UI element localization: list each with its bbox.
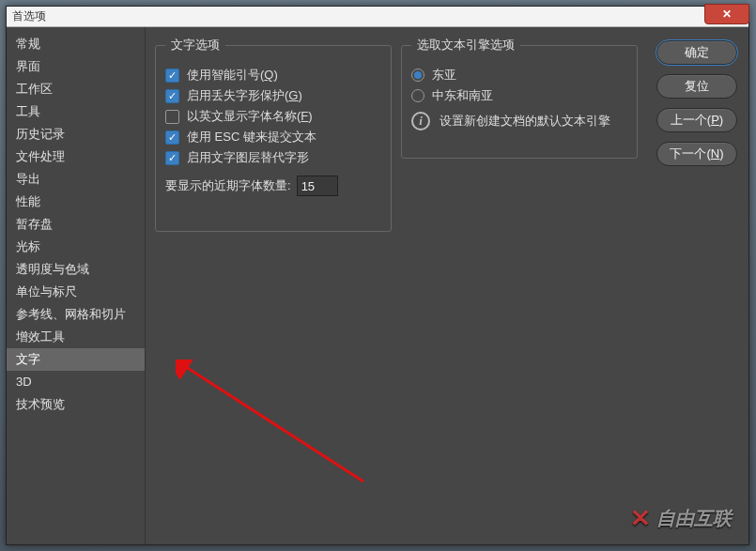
checkbox-label: 使用智能引号(Q): [187, 67, 278, 84]
sidebar-item[interactable]: 透明度与色域: [7, 258, 145, 281]
checkbox[interactable]: [165, 69, 179, 83]
sidebar-item[interactable]: 暂存盘: [7, 213, 145, 236]
category-sidebar: 常规界面工作区工具历史记录文件处理导出性能暂存盘光标透明度与色域单位与标尺参考线…: [7, 27, 146, 544]
recent-fonts-label: 要显示的近期字体数量:: [165, 177, 291, 194]
sidebar-item[interactable]: 参考线、网格和切片: [7, 303, 145, 326]
checkbox[interactable]: [165, 110, 179, 124]
type-options-group: 文字选项 使用智能引号(Q)启用丢失字形保护(G)以英文显示字体名称(F)使用 …: [155, 37, 392, 232]
checkbox-label: 使用 ESC 键来提交文本: [187, 129, 316, 145]
close-button[interactable]: ✕: [704, 4, 749, 24]
checkbox-row[interactable]: 使用智能引号(Q): [165, 67, 381, 84]
watermark-icon: ✕: [630, 504, 651, 533]
sidebar-item[interactable]: 3D: [7, 371, 145, 393]
checkbox[interactable]: [165, 130, 179, 145]
svg-line-0: [183, 365, 363, 482]
checkbox-label: 以英文显示字体名称(F): [187, 108, 313, 125]
preferences-dialog: 首选项 ✕ 常规界面工作区工具历史记录文件处理导出性能暂存盘光标透明度与色域单位…: [6, 6, 749, 545]
reset-button[interactable]: 复位: [656, 74, 737, 99]
close-icon: ✕: [722, 8, 732, 21]
dialog-buttons: 确定 复位 上一个(P) 下一个(N): [656, 40, 737, 166]
reset-label: 复位: [685, 78, 709, 95]
ok-label: 确定: [685, 44, 709, 61]
dialog-title: 首选项: [12, 8, 46, 24]
sidebar-item[interactable]: 历史记录: [7, 123, 145, 145]
radio-row[interactable]: 东亚: [411, 67, 627, 84]
watermark: ✕ 自由互联: [630, 504, 732, 533]
radio[interactable]: [411, 89, 424, 102]
text-engine-group: 选取文本引擎选项 东亚中东和南亚 i 设置新创建文档的默认文本引擎: [401, 37, 638, 159]
checkbox-row[interactable]: 启用丢失字形保护(G): [165, 87, 381, 104]
checkbox-row[interactable]: 启用文字图层替代字形: [165, 149, 381, 166]
sidebar-item[interactable]: 文件处理: [7, 145, 145, 168]
type-options-legend: 文字选项: [165, 37, 225, 54]
prev-label: 上一个(P): [671, 112, 723, 129]
titlebar: 首选项 ✕: [7, 7, 748, 27]
watermark-text: 自由互联: [656, 506, 732, 531]
radio[interactable]: [411, 69, 424, 82]
checkbox[interactable]: [165, 151, 179, 165]
sidebar-item[interactable]: 单位与标尺: [7, 281, 145, 303]
next-label: 下一个(N): [670, 145, 723, 162]
main-panel: 文字选项 使用智能引号(Q)启用丢失字形保护(G)以英文显示字体名称(F)使用 …: [146, 27, 748, 544]
radio-row[interactable]: 中东和南亚: [411, 87, 627, 104]
sidebar-item[interactable]: 工具: [7, 100, 145, 123]
prev-button[interactable]: 上一个(P): [656, 108, 737, 132]
text-engine-legend: 选取文本引擎选项: [411, 37, 520, 54]
checkbox-label: 启用文字图层替代字形: [187, 149, 309, 166]
checkbox[interactable]: [165, 89, 179, 103]
info-icon: i: [411, 112, 430, 130]
radio-label: 中东和南亚: [432, 87, 493, 104]
sidebar-item[interactable]: 工作区: [7, 78, 145, 100]
sidebar-item[interactable]: 光标: [7, 236, 145, 258]
sidebar-item[interactable]: 技术预览: [7, 393, 145, 416]
annotation-arrow: [176, 360, 373, 491]
sidebar-item[interactable]: 性能: [7, 191, 145, 213]
sidebar-item[interactable]: 文字: [7, 348, 145, 371]
recent-fonts-input[interactable]: [297, 176, 338, 196]
engine-info-text: 设置新创建文档的默认文本引擎: [440, 113, 610, 130]
ok-button[interactable]: 确定: [656, 40, 737, 65]
sidebar-item[interactable]: 常规: [7, 33, 145, 55]
checkbox-label: 启用丢失字形保护(G): [187, 87, 302, 104]
next-button[interactable]: 下一个(N): [656, 142, 737, 166]
radio-label: 东亚: [432, 67, 456, 84]
checkbox-row[interactable]: 以英文显示字体名称(F): [165, 108, 381, 125]
sidebar-item[interactable]: 导出: [7, 168, 145, 191]
sidebar-item[interactable]: 界面: [7, 55, 145, 78]
checkbox-row[interactable]: 使用 ESC 键来提交文本: [165, 129, 381, 145]
sidebar-item[interactable]: 增效工具: [7, 326, 145, 348]
